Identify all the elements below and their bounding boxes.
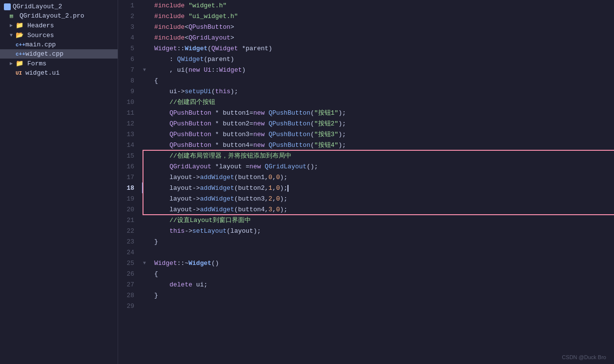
- line-number: 6: [118, 54, 143, 64]
- line-code: QPushButton * button2=new QPushButton("按…: [150, 118, 614, 129]
- sidebar-item-widget-ui[interactable]: UI widget.ui: [0, 68, 118, 78]
- folder-open-icon: 📂: [16, 31, 23, 39]
- ui-file-icon: UI: [16, 70, 23, 76]
- line-code: Widget::Widget(QWidget *parent): [150, 43, 614, 54]
- line-code: #include<QGridLayout>: [150, 32, 614, 43]
- line-number: 1: [118, 0, 143, 11]
- line-number: 18: [118, 182, 143, 193]
- table-row: 7 ▼ , ui(new Ui::Widget): [118, 64, 614, 75]
- table-row: 8 {: [118, 75, 614, 86]
- pro-file-label: QGridLayout_2.pro: [20, 12, 84, 20]
- line-number: 9: [118, 86, 143, 97]
- code-editor[interactable]: 1 #include "widget.h" 2 #include "ui_wid…: [118, 0, 614, 364]
- line-indicator: [143, 75, 150, 86]
- line-number: 20: [118, 204, 143, 215]
- line-number: 23: [118, 236, 143, 247]
- line-indicator: [143, 107, 150, 118]
- sidebar-item-forms[interactable]: ▶ 📁 Forms: [0, 59, 118, 68]
- line-number: 7: [118, 64, 143, 75]
- line-number: 13: [118, 129, 143, 140]
- line-indicator: [143, 0, 150, 11]
- line-code: QGridLayout *layout =new QGridLayout();: [150, 161, 614, 172]
- line-code: QPushButton * button1=new QPushButton("按…: [150, 107, 614, 118]
- line-code: , ui(new Ui::Widget): [150, 64, 614, 75]
- widget-ui-label: widget.ui: [25, 69, 60, 77]
- table-row: 28 }: [118, 290, 614, 301]
- forms-label: Forms: [27, 60, 46, 67]
- line-code: QPushButton * button4=new QPushButton("按…: [150, 140, 614, 150]
- project-icon: [4, 3, 11, 10]
- line-number: 16: [118, 161, 143, 172]
- line-indicator: [143, 268, 150, 279]
- line-code: delete ui;: [150, 279, 614, 290]
- chevron-right-icon-2: ▶: [10, 61, 13, 66]
- line-indicator: [143, 301, 150, 311]
- table-row: 14 QPushButton * button4=new QPushButton…: [118, 140, 614, 150]
- line-indicator: [143, 247, 150, 258]
- line-code: {: [150, 75, 614, 86]
- sidebar-item-pro[interactable]: ▤ QGridLayout_2.pro: [0, 11, 118, 20]
- line-code: }: [150, 290, 614, 301]
- line-indicator: [143, 193, 150, 204]
- line-number: 19: [118, 193, 143, 204]
- table-row: 22 this->setLayout(layout);: [118, 225, 614, 236]
- table-row: 11 QPushButton * button1=new QPushButton…: [118, 107, 614, 118]
- chevron-down-icon: ▼: [10, 33, 13, 38]
- table-row: 23 }: [118, 236, 614, 247]
- line-code: [150, 247, 614, 258]
- line-indicator: [143, 21, 150, 32]
- line-code: #include<QPushButton>: [150, 21, 614, 32]
- sidebar-project[interactable]: QGridLayout_2: [0, 2, 118, 11]
- table-row: 21 //设直Layout到窗口界面中: [118, 215, 614, 225]
- line-code: [150, 301, 614, 311]
- sources-label: Sources: [27, 32, 54, 39]
- line-indicator: [143, 182, 150, 193]
- sidebar-item-sources[interactable]: ▼ 📂 Sources: [0, 30, 118, 40]
- line-code: //创建布局管理器，并将按钮添加到布局中: [150, 150, 614, 161]
- line-indicator: [143, 118, 150, 129]
- line-number: 2: [118, 11, 143, 21]
- table-row: 20 layout->addWidget(button4,3,0);: [118, 204, 614, 215]
- line-number: 4: [118, 32, 143, 43]
- line-code: #include "widget.h": [150, 0, 614, 11]
- line-code: }: [150, 236, 614, 247]
- line-number: 24: [118, 247, 143, 258]
- line-number: 11: [118, 107, 143, 118]
- line-code: //设直Layout到窗口界面中: [150, 215, 614, 225]
- sidebar-item-widget-cpp[interactable]: c++ widget.cpp: [0, 49, 118, 59]
- table-row: 17 layout->addWidget(button1,0,0);: [118, 172, 614, 182]
- line-number: 10: [118, 97, 143, 107]
- cpp-file-icon: c++: [16, 42, 23, 48]
- table-row: 26 {: [118, 268, 614, 279]
- line-code: this->setLayout(layout);: [150, 225, 614, 236]
- code-area[interactable]: 1 #include "widget.h" 2 #include "ui_wid…: [118, 0, 614, 364]
- chevron-right-icon: ▶: [10, 22, 13, 28]
- main-cpp-label: main.cpp: [25, 41, 56, 48]
- sidebar-item-main-cpp[interactable]: c++ main.cpp: [0, 40, 118, 49]
- line-indicator: ▼: [143, 258, 150, 268]
- line-code: ui->setupUi(this);: [150, 86, 614, 97]
- sidebar: QGridLayout_2 ▤ QGridLayout_2.pro ▶ 📁 He…: [0, 0, 118, 364]
- line-indicator: [143, 215, 150, 225]
- line-number: 17: [118, 172, 143, 182]
- table-row: 4 #include<QGridLayout>: [118, 32, 614, 43]
- line-code: layout->addWidget(button2,1,0);: [150, 182, 614, 193]
- line-indicator: [143, 140, 150, 150]
- line-indicator: [143, 54, 150, 64]
- line-indicator: [143, 129, 150, 140]
- line-indicator: [143, 86, 150, 97]
- line-number: 28: [118, 290, 143, 301]
- table-row: 10 //创建四个按钮: [118, 97, 614, 107]
- line-indicator: [143, 32, 150, 43]
- line-code: //创建四个按钮: [150, 97, 614, 107]
- table-row: 12 QPushButton * button2=new QPushButton…: [118, 118, 614, 129]
- table-row: 3 #include<QPushButton>: [118, 21, 614, 32]
- line-number: 21: [118, 215, 143, 225]
- folder-icon: 📁: [16, 21, 23, 29]
- line-indicator: [143, 279, 150, 290]
- line-number: 5: [118, 43, 143, 54]
- line-indicator: [143, 236, 150, 247]
- table-row: 9 ui->setupUi(this);: [118, 86, 614, 97]
- table-row: 13 QPushButton * button3=new QPushButton…: [118, 129, 614, 140]
- sidebar-item-headers[interactable]: ▶ 📁 Headers: [0, 20, 118, 30]
